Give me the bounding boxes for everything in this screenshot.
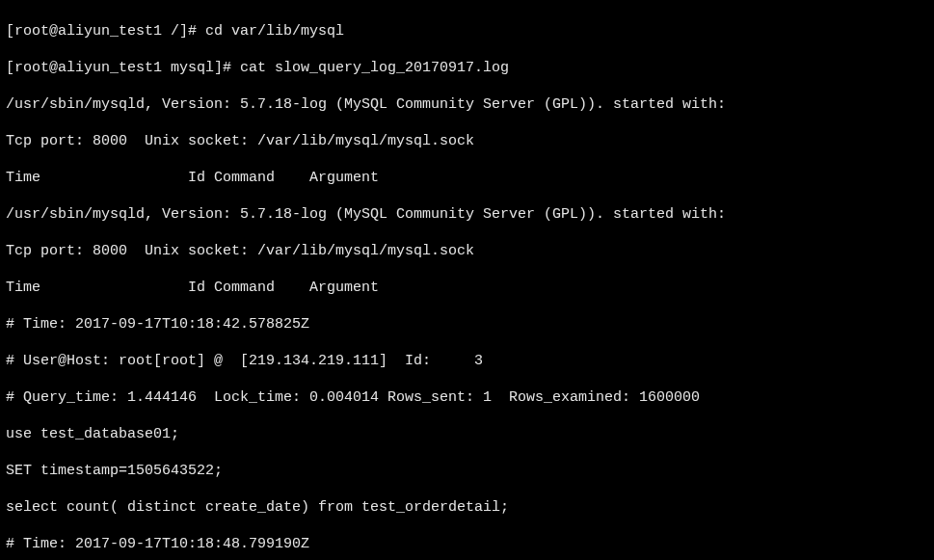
terminal-line: select count( distinct create_date) from… [6,498,928,517]
terminal-line: [root@aliyun_test1 /]# cd var/lib/mysql [6,22,928,40]
terminal-line: /usr/sbin/mysqld, Version: 5.7.18-log (M… [6,95,928,114]
terminal-line: # Time: 2017-09-17T10:18:48.799190Z [6,535,928,553]
terminal-line: # Time: 2017-09-17T10:18:42.578825Z [6,315,928,333]
terminal-line: [root@aliyun_test1 mysql]# cat slow_quer… [6,59,928,77]
terminal-output[interactable]: [root@aliyun_test1 /]# cd var/lib/mysql … [0,0,934,560]
terminal-line: # User@Host: root[root] @ [219.134.219.1… [6,352,928,370]
terminal-line: Time Id Command Argument [6,169,928,187]
terminal-line: Time Id Command Argument [6,279,928,297]
terminal-line: /usr/sbin/mysqld, Version: 5.7.18-log (M… [6,205,928,224]
terminal-line: SET timestamp=1505643522; [6,462,928,480]
terminal-line: # Query_time: 1.444146 Lock_time: 0.0040… [6,388,928,407]
terminal-line: Tcp port: 8000 Unix socket: /var/lib/mys… [6,242,928,260]
terminal-line: use test_database01; [6,425,928,443]
terminal-line: Tcp port: 8000 Unix socket: /var/lib/mys… [6,132,928,150]
